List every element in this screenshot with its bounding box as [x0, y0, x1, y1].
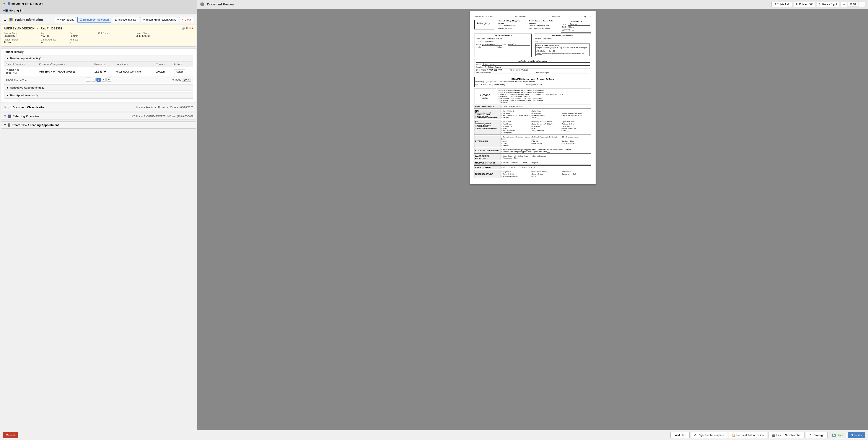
scheduled-appointments-header[interactable]: ▼ Scheduled Appointments (1)	[4, 84, 193, 91]
create-task-header[interactable]: ▼ ✏ Create Task / Pending Appointment	[1, 122, 196, 128]
patient-info-header: ▲ 👤 Patient Information + New Patient ☑ …	[1, 15, 196, 25]
patient-card: AUDREY ANDERSON · Rec #: IDS1362 🔗 Unlin…	[1, 25, 196, 46]
ref-sig-row: Signature Dr. Richard Emmett	[476, 66, 590, 68]
pending-appointments-table: Date of Service ⇅ Procedure/Diagnosis ⇅ …	[4, 62, 193, 76]
import-from-chart-button[interactable]: ↻ Import From Patient Chart	[140, 17, 178, 22]
address-value: --	[69, 41, 179, 44]
create-task-title: Create Task / Pending Appointment	[11, 124, 59, 127]
rotate-180-icon: ↻	[796, 3, 798, 6]
col-actions: Actions	[172, 62, 193, 67]
past-chevron: ▼	[6, 94, 9, 97]
mri-row: MRI Please specify contrast ✗ Without IV…	[474, 109, 591, 119]
col-reason[interactable]: Reason ⇅	[93, 62, 114, 67]
referring-physician-header[interactable]: ▼ 👤 Referring Physician CC Doctor RICHAR…	[1, 113, 196, 120]
patient-info-icon: 👤	[9, 18, 12, 22]
patient-info-section: ▲ 👤 Patient Information + New Patient ☑ …	[1, 15, 196, 46]
pagination: Showing 1 - 1 of 1 ⟨⟨ ‹ 1 › ⟩⟩ Per page …	[4, 76, 193, 83]
checkbox-unchecked: ☐	[115, 18, 118, 21]
rotate-right-button[interactable]: ↻ Rotate Right	[817, 2, 839, 7]
scheduled-appointments-section: ▼ Scheduled Appointments (1)	[4, 84, 193, 91]
ref-phys-icon: 👤	[8, 114, 11, 118]
patient-info-chevron[interactable]: ▲	[4, 18, 6, 22]
new-patient-button[interactable]: + New Patient	[55, 17, 76, 22]
height-weight-row: Height Weight	[476, 46, 530, 48]
rotate-left-icon: ↺	[774, 3, 776, 6]
appt-location-value: ...	[572, 29, 590, 31]
pending-appointments-section: ▲ Pending Appointments (1) Date of Servi…	[4, 55, 193, 83]
doc-preview-content: 04-28-2023 12:14 PM Fax Services +178695…	[197, 9, 868, 430]
bottom-action-bar: Cancel Load Next ⊘ Reject as Incomplete …	[0, 430, 868, 440]
submit-button[interactable]: Submit >	[848, 432, 865, 438]
info-section: Patient Information Order Date 08/03/202…	[474, 33, 591, 58]
reject-icon: ⊘	[694, 434, 696, 437]
request-auth-button[interactable]: 📋 Request Authorization	[728, 432, 767, 438]
first-page-button[interactable]: ⟨⟨	[86, 77, 91, 81]
doc-classification-header[interactable]: ▼ 📄 Document Classification Miami - Aven…	[1, 104, 196, 111]
incoming-bin-chevron[interactable]: ▼	[3, 2, 6, 5]
col-procedure[interactable]: Procedure/Diagnosis ⇅	[37, 62, 93, 67]
request-icon: 📋	[732, 434, 735, 437]
per-page-control: Per page 10 25 50	[170, 78, 191, 81]
service-grids: Breast Center ○ Screening 2D Mammogram (…	[474, 89, 591, 178]
arthrography-row: ARTHROGRAPHY ○ Right / Left (area) ___○ …	[474, 165, 591, 169]
document-preview-panel: Document Preview ↺ Rotate Left ↻ Rotate …	[197, 0, 868, 430]
zoom-in-button[interactable]: +	[859, 2, 865, 7]
dexa-row: DEXA - Bone Density ○ DEXA Osteoporosis …	[474, 105, 591, 108]
email-value: --	[41, 41, 67, 44]
home-label: Home Phone	[135, 32, 179, 34]
status-value: Active	[4, 41, 38, 44]
per-page-select[interactable]: 10 25 50	[182, 78, 191, 81]
auth-row: Authorization #	[535, 40, 590, 43]
vascular-row: VASCULAR ULTRASOUND ○ Renal Artery ○ Ven…	[474, 148, 591, 154]
appointment-box: APPOINTMENT: DATE 08/03/2022 TIME 9:30am…	[561, 20, 591, 33]
appt-title: APPOINTMENT:	[562, 21, 590, 23]
clear-button[interactable]: ✕ Clear	[179, 17, 193, 22]
include-inactive-button[interactable]: ☐ Include Inactive	[113, 17, 139, 22]
reassign-button[interactable]: ↗ Reassign	[806, 432, 828, 438]
doc-main-area: APPOINTMENT: DATE 08/03/2022 TIME 9:30am…	[474, 20, 591, 33]
zoom-out-button[interactable]: −	[841, 2, 847, 7]
past-appointments-header[interactable]: ▼ Past Appointments (2)	[4, 93, 193, 99]
appt-time-value: 9:30am	[568, 26, 590, 28]
pending-chevron: ▲	[6, 57, 9, 60]
cell-reason: 13,5417⚑	[93, 67, 114, 76]
patient-history-title: Patient History	[4, 50, 193, 54]
age-label: Age	[41, 32, 67, 34]
col-location[interactable]: Location ⇅	[114, 62, 154, 67]
incoming-bin-header[interactable]: ▼ ✉ Incoming Bin (3 Pages)	[0, 0, 197, 7]
rotate-left-button[interactable]: ↺ Rotate Left	[771, 2, 792, 7]
sorting-bin-header[interactable]: ▼ ⊕ Sorting Bin	[0, 7, 197, 14]
next-page-button[interactable]: ›	[102, 78, 105, 81]
dob-value: 08/31/1977	[4, 34, 38, 37]
col-date[interactable]: Date of Service ⇅	[4, 62, 37, 67]
breast-dexa-row: Breast Center ○ Screening 2D Mammogram (…	[474, 89, 591, 104]
save-button[interactable]: 💾 Save	[829, 432, 846, 438]
unlink-button[interactable]: 🔗 Unlink	[182, 27, 193, 30]
create-task-section: ▼ ✏ Create Task / Pending Appointment	[1, 122, 196, 129]
col-room[interactable]: Room ⇅	[154, 62, 172, 67]
fax-header: 04-28-2023 12:14 PM Fax Services +178695…	[474, 15, 591, 18]
table-row: 01/01/1753 12:00 AM MRI BRAIN WITHOUT (7…	[4, 67, 193, 76]
rotate-right-icon: ↻	[819, 3, 822, 6]
checkbox-checked: ☑	[80, 18, 82, 21]
rotate-180-button[interactable]: ↻ Rotate 180°	[794, 2, 815, 7]
fax-new-number-button[interactable]: 📠 Fax to New Number	[769, 432, 805, 438]
select-appointment-button[interactable]: Select	[174, 69, 186, 74]
ref-phones-row: Office Phone # (954) 591-0054 Fax # (954…	[476, 69, 590, 71]
pending-appointments-header[interactable]: ▲ Pending Appointments (1)	[4, 56, 193, 62]
sorting-bin-icon: ⊕	[5, 9, 8, 12]
prev-page-button[interactable]: ‹	[92, 78, 96, 81]
pain-row: Pain: ✗ No ○ Yes (if yes describe) Later…	[475, 83, 590, 86]
last-page-button[interactable]: ⟩⟩	[106, 77, 111, 81]
fax-service: Fax Services	[515, 15, 526, 18]
presenting-row: Presenting signs/symptoms: Altered Consc…	[475, 80, 590, 83]
incoming-bin-title: Incoming Bin (3 Pages)	[11, 2, 43, 5]
referring-provider-box: Referring Provider Information Name Rich…	[474, 59, 591, 75]
cancel-button[interactable]: Cancel	[3, 432, 18, 438]
load-next-button[interactable]: Load Next	[670, 432, 690, 438]
sorting-bin-chevron[interactable]: ▼	[3, 9, 5, 12]
reject-button[interactable]: ⊘ Reject as Incomplete	[691, 432, 727, 438]
remember-selection-button[interactable]: ☑ Remember Selection	[77, 17, 112, 23]
save-icon: 💾	[832, 434, 836, 437]
page-1-button[interactable]: 1	[96, 78, 101, 81]
